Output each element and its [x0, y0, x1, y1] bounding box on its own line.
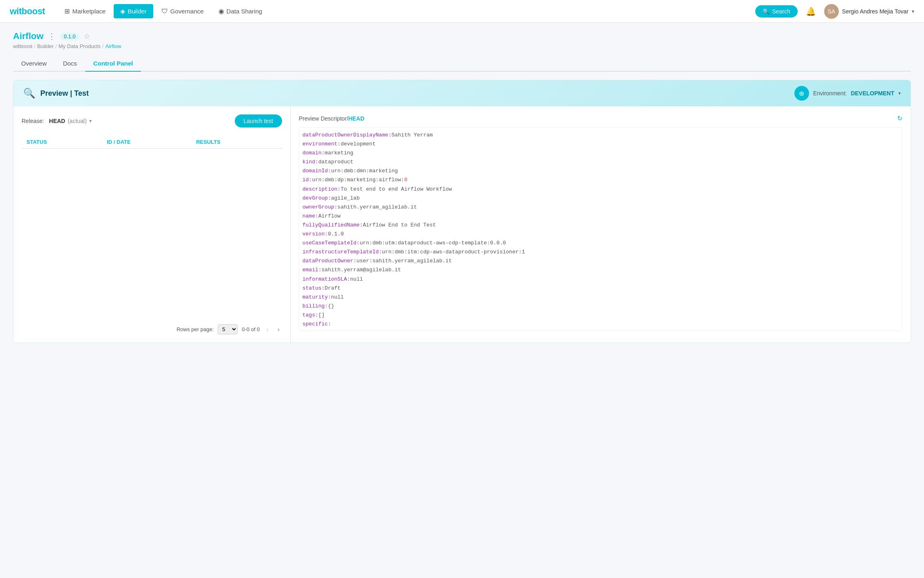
code-key: infrastructureTemplateId:	[302, 248, 382, 257]
more-options-icon[interactable]: ⋮	[48, 31, 56, 41]
preview-title: Preview | Test	[40, 89, 89, 98]
code-key: email:	[302, 266, 322, 275]
code-value: To test end to end Airflow Workflow	[341, 185, 452, 194]
code-line: specific:	[302, 320, 899, 329]
code-key: tags:	[302, 311, 318, 320]
launch-test-button[interactable]: Launch test	[235, 114, 282, 127]
code-line: domain: marketing	[302, 149, 899, 158]
user-menu[interactable]: SA Sergio Andres Mejia Tovar ▾	[824, 4, 914, 19]
code-key: dataProductOwner:	[302, 257, 357, 266]
code-value: user:sahith.yerram_agilelab.it	[357, 257, 452, 266]
breadcrumb-my-data-products[interactable]: My Data Products	[58, 43, 100, 49]
breadcrumb-witboost[interactable]: witboost	[13, 43, 33, 49]
release-selector[interactable]: HEAD (actual) ▾	[49, 118, 91, 124]
results-table: STATUS ID / DATE RESULTS	[22, 136, 282, 149]
release-actual: (actual)	[68, 118, 87, 124]
code-line: fullyQualifiedName: Airflow End to End T…	[302, 221, 899, 230]
breadcrumb-builder[interactable]: Builder	[37, 43, 53, 49]
code-value: agile_lab	[331, 194, 359, 203]
logo-text: witboost	[10, 6, 45, 17]
preview-header-right: ⊕ Environment: DEVELOPMENT ▾	[794, 86, 901, 101]
code-value: {}	[328, 302, 334, 311]
nav-marketplace[interactable]: ⊞ Marketplace	[58, 4, 112, 18]
code-key: cdpEnvironment:	[302, 329, 350, 331]
preview-header-left: 🔍 Preview | Test	[23, 88, 89, 99]
code-key: domainId:	[302, 167, 331, 176]
header-right: 🔍 Search 🔔 SA Sergio Andres Mejia Tovar …	[755, 4, 914, 19]
descriptor-title: Preview Descriptor/HEAD	[299, 115, 364, 122]
col-results: RESULTS	[191, 136, 282, 149]
code-value: urn:dmb:utm:dataproduct-aws-cdp-template…	[359, 239, 506, 248]
code-line: maturity: null	[302, 293, 899, 302]
code-line: devGroup: agile_lab	[302, 194, 899, 203]
rows-per-page-select[interactable]: 5 10 25	[218, 324, 238, 334]
code-block[interactable]: dataProductOwnerDisplayName: Sahith Yerr…	[299, 127, 902, 331]
release-head: HEAD	[49, 118, 65, 124]
page-content: Airflow ⋮ 0.1.0 ☆ witboost / Builder / M…	[0, 23, 924, 351]
next-page-button[interactable]: ›	[275, 325, 282, 334]
marketplace-icon: ⊞	[64, 7, 70, 15]
tab-docs[interactable]: Docs	[55, 56, 85, 72]
code-key: informationSLA:	[302, 275, 350, 284]
user-name: Sergio Andres Mejia Tovar	[842, 8, 909, 15]
main-header: witboost ⊞ Marketplace ◈ Builder 🛡 Gover…	[0, 0, 924, 23]
search-button[interactable]: 🔍 Search	[755, 5, 797, 18]
nav-data-sharing[interactable]: ◉ Data Sharing	[212, 4, 269, 18]
code-key: environment:	[302, 140, 341, 149]
code-line: cdpEnvironment: CDP	[302, 329, 899, 331]
tab-control-panel[interactable]: Control Panel	[85, 56, 141, 72]
left-panel: Release: HEAD (actual) ▾ Launch test STA…	[13, 106, 291, 343]
code-key: billing:	[302, 302, 328, 311]
logo[interactable]: witboost	[10, 6, 45, 17]
code-value: sahith.yerram_agilelab.it	[337, 203, 417, 212]
code-key: ownerGroup:	[302, 203, 337, 212]
code-line: description: To test end to end Airflow …	[302, 185, 899, 194]
preview-header: 🔍 Preview | Test ⊕ Environment: DEVELOPM…	[13, 80, 911, 106]
right-panel: Preview Descriptor/HEAD ↻ dataProductOwn…	[291, 106, 911, 343]
tab-overview[interactable]: Overview	[13, 56, 55, 72]
preview-panel-icon: 🔍	[23, 88, 35, 99]
code-value: CDP	[350, 329, 359, 331]
code-value: Draft	[325, 284, 341, 293]
nav-governance[interactable]: 🛡 Governance	[155, 4, 210, 18]
notifications-button[interactable]: 🔔	[804, 5, 818, 18]
descriptor-head-ref: HEAD	[348, 115, 364, 122]
preview-body: Release: HEAD (actual) ▾ Launch test STA…	[13, 106, 911, 343]
page-range: 0-0 of 0	[242, 326, 260, 332]
code-line: status: Draft	[302, 284, 899, 293]
code-line: domainId: urn:dmb:dmn:marketing	[302, 167, 899, 176]
code-value: urn:dmb:dmn:marketing	[331, 167, 398, 176]
nav-builder[interactable]: ◈ Builder	[114, 4, 153, 18]
code-line: useCaseTemplateId: urn:dmb:utm:dataprodu…	[302, 239, 899, 248]
code-value: Airflow	[318, 212, 341, 221]
code-key: useCaseTemplateId:	[302, 239, 359, 248]
preview-container: 🔍 Preview | Test ⊕ Environment: DEVELOPM…	[13, 80, 911, 343]
data-sharing-icon: ◉	[218, 7, 224, 15]
environment-dropdown-icon[interactable]: ▾	[898, 90, 901, 96]
release-label: Release:	[22, 118, 44, 124]
code-value: dataproduct	[318, 158, 353, 167]
code-key: name:	[302, 212, 318, 221]
code-line: kind: dataproduct	[302, 158, 899, 167]
breadcrumb: witboost / Builder / My Data Products / …	[13, 43, 911, 49]
descriptor-header: Preview Descriptor/HEAD ↻	[299, 114, 902, 122]
environment-label: Environment:	[813, 90, 847, 97]
code-key: maturity:	[302, 293, 331, 302]
environment-value[interactable]: DEVELOPMENT	[851, 90, 894, 97]
prev-page-button[interactable]: ‹	[264, 325, 271, 334]
search-label: Search	[772, 8, 790, 15]
nav-data-sharing-label: Data Sharing	[227, 8, 262, 15]
page-tabs: Overview Docs Control Panel	[13, 56, 911, 72]
bell-icon: 🔔	[806, 7, 816, 16]
code-line: ownerGroup: sahith.yerram_agilelab.it	[302, 203, 899, 212]
code-value: 0.1.0	[328, 230, 344, 239]
code-line: version: 0.1.0	[302, 230, 899, 239]
rows-per-page-label: Rows per page:	[176, 326, 214, 332]
code-key: devGroup:	[302, 194, 331, 203]
environment-icon: ⊕	[794, 86, 809, 101]
favorite-star-icon[interactable]: ☆	[84, 32, 90, 41]
refresh-icon[interactable]: ↻	[897, 114, 902, 122]
code-value: development	[341, 140, 376, 149]
code-line: informationSLA: null	[302, 275, 899, 284]
code-key: specific:	[302, 320, 331, 329]
